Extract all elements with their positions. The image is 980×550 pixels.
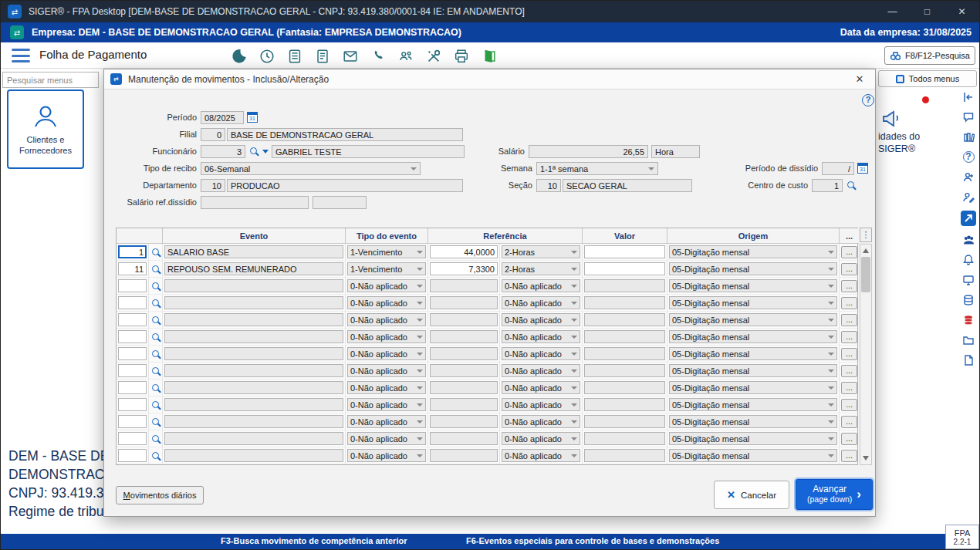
semana-select[interactable]: 1-1ª semana (536, 162, 658, 175)
reference-unit-select[interactable]: 0-Não aplicado (502, 364, 580, 377)
event-name-field[interactable] (164, 381, 343, 394)
contacts-icon[interactable] (396, 46, 415, 66)
table-scrollbar[interactable] (860, 244, 872, 465)
reference-value-input[interactable] (430, 398, 498, 411)
reference-unit-select[interactable]: 0-Não aplicado (502, 432, 580, 445)
funcionario-search-icon[interactable] (250, 147, 257, 154)
row-options-button[interactable]: ... (841, 348, 857, 360)
event-name-field[interactable] (164, 296, 343, 309)
reference-value-input[interactable] (430, 279, 498, 292)
origin-select[interactable]: 05-Digitação mensal (669, 279, 837, 292)
search-f8-button[interactable]: F8/F12-Pesquisa (884, 46, 975, 65)
event-search-icon[interactable] (152, 316, 159, 323)
reference-value-input[interactable]: 44,0000 (430, 245, 498, 258)
reference-value-input[interactable] (430, 347, 498, 360)
help-icon[interactable]: ? (961, 150, 976, 164)
tipo-recibo-select[interactable]: 06-Semanal (201, 162, 421, 175)
value-input[interactable] (584, 313, 665, 326)
origin-select[interactable]: 05-Digitação mensal (669, 449, 837, 462)
document-icon[interactable] (961, 353, 976, 366)
row-options-button[interactable]: ... (841, 399, 857, 411)
value-input[interactable] (584, 432, 665, 445)
value-input[interactable] (584, 381, 665, 394)
row-options-button[interactable]: ... (841, 280, 857, 292)
event-code-input[interactable]: 11 (118, 262, 147, 275)
filial-code-input[interactable]: 0 (201, 128, 225, 141)
value-input[interactable] (584, 347, 665, 360)
row-options-button[interactable]: ... (841, 314, 857, 326)
event-search-icon[interactable] (152, 401, 159, 408)
event-search-icon[interactable] (152, 333, 159, 340)
reference-unit-select[interactable]: 0-Não aplicado (502, 415, 580, 428)
menu-search-input[interactable] (2, 72, 99, 88)
centro-custo-input[interactable]: 1 (812, 179, 843, 192)
event-type-select[interactable]: 1-Vencimento (347, 245, 426, 258)
group-icon[interactable] (961, 233, 976, 246)
reference-unit-select[interactable]: 0-Não aplicado (502, 296, 580, 309)
event-type-select[interactable]: 0-Não aplicado (347, 432, 426, 445)
reference-unit-select[interactable]: 0-Não aplicado (502, 330, 580, 343)
database-icon[interactable] (961, 293, 976, 306)
row-options-button[interactable]: ... (841, 263, 857, 275)
event-search-icon[interactable] (152, 367, 159, 374)
origin-select[interactable]: 05-Digitação mensal (669, 381, 837, 394)
departamento-code-input[interactable]: 10 (201, 179, 225, 192)
movimentos-diarios-button[interactable]: Movimentos diários (116, 486, 204, 504)
event-name-field[interactable] (164, 347, 343, 360)
scroll-up-icon[interactable] (863, 248, 869, 253)
row-options-button[interactable]: ... (841, 297, 857, 309)
dialog-close-button[interactable]: ✕ (852, 73, 867, 85)
row-options-button[interactable]: ... (841, 416, 857, 428)
event-name-field[interactable] (164, 279, 343, 292)
funcionario-code-input[interactable]: 3 (201, 145, 245, 158)
event-code-input[interactable] (118, 449, 147, 462)
scrollbar-thumb[interactable] (861, 257, 870, 292)
event-search-icon[interactable] (152, 418, 159, 425)
event-name-field[interactable] (164, 398, 343, 411)
avancar-button[interactable]: Avançar (page down) › (796, 479, 873, 510)
event-code-input[interactable]: 1 (118, 245, 147, 258)
reference-value-input[interactable] (430, 364, 498, 377)
exit-icon[interactable] (479, 46, 498, 66)
event-search-icon[interactable] (152, 299, 159, 306)
origin-select[interactable]: 05-Digitação mensal (669, 296, 837, 309)
event-type-select[interactable]: 0-Não aplicado (347, 279, 426, 292)
secao-code-input[interactable]: 10 (536, 179, 561, 192)
phone-icon[interactable] (368, 46, 387, 66)
origin-select[interactable]: 05-Digitação mensal (669, 313, 837, 326)
event-search-icon[interactable] (152, 452, 159, 459)
dissidio-calendar-icon[interactable]: 31 (857, 163, 868, 174)
origin-select[interactable]: 05-Digitação mensal (669, 432, 837, 445)
value-input[interactable] (584, 364, 665, 377)
event-search-icon[interactable] (152, 282, 159, 289)
event-type-select[interactable]: 0-Não aplicado (347, 330, 426, 343)
row-options-button[interactable]: ... (841, 331, 857, 343)
printer-icon[interactable] (451, 46, 471, 66)
row-options-button[interactable]: ... (841, 433, 857, 445)
value-input[interactable] (584, 415, 665, 428)
reference-unit-select[interactable]: 0-Não aplicado (502, 398, 580, 411)
reference-value-input[interactable] (430, 313, 498, 326)
event-name-field[interactable]: SALARIO BASE (164, 245, 343, 258)
event-type-select[interactable]: 0-Não aplicado (347, 296, 426, 309)
value-input[interactable] (584, 296, 665, 309)
event-type-select[interactable]: 0-Não aplicado (347, 313, 426, 326)
value-input[interactable] (584, 398, 665, 411)
event-search-icon[interactable] (152, 248, 159, 255)
centro-custo-search-icon[interactable] (847, 181, 854, 188)
event-name-field[interactable] (164, 330, 343, 343)
event-type-select[interactable]: 0-Não aplicado (347, 449, 426, 462)
event-type-select[interactable]: 0-Não aplicado (347, 381, 426, 394)
row-options-button[interactable]: ... (841, 382, 857, 394)
event-name-field[interactable] (164, 432, 343, 445)
reference-value-input[interactable] (430, 415, 498, 428)
reference-value-input[interactable]: 7,3300 (430, 262, 498, 275)
person-edit-icon[interactable] (961, 191, 976, 204)
maximize-button[interactable]: □ (910, 1, 945, 22)
event-type-select[interactable]: 0-Não aplicado (347, 398, 426, 411)
mail-icon[interactable] (340, 46, 360, 66)
active-module-icon[interactable] (961, 211, 976, 226)
value-input[interactable] (584, 262, 665, 275)
event-code-input[interactable] (118, 398, 147, 411)
event-search-icon[interactable] (152, 350, 159, 357)
